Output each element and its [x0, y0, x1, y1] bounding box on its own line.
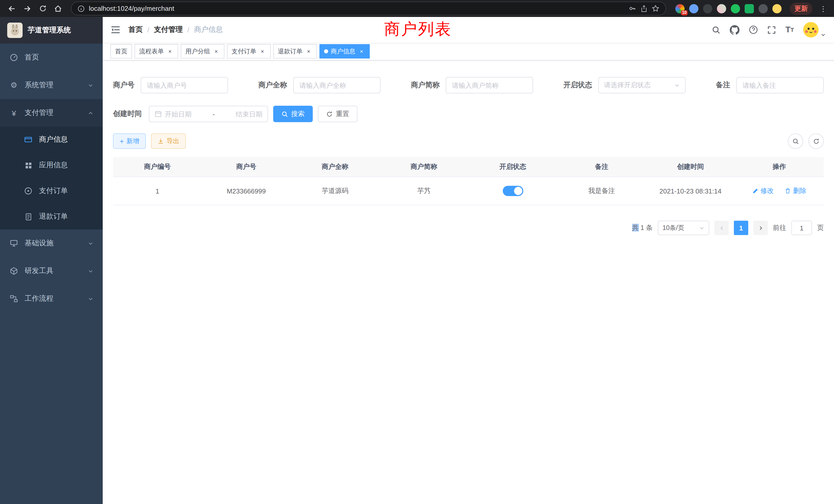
breadcrumb-item[interactable]: 支付管理 — [154, 25, 183, 35]
sidebar-subitem-label: 退款订单 — [39, 212, 68, 221]
toggle-search-button[interactable] — [788, 134, 803, 149]
close-icon[interactable]: × — [358, 48, 365, 55]
chevron-down-icon — [88, 240, 93, 246]
end-date-input[interactable] — [231, 110, 262, 118]
search-button[interactable]: 搜索 — [273, 106, 313, 122]
chevron-down-icon — [88, 296, 93, 301]
merchant-no-input[interactable] — [141, 77, 228, 93]
extension-icon[interactable] — [745, 4, 754, 13]
sidebar-toggle-icon[interactable] — [103, 17, 128, 43]
full-name-input[interactable] — [293, 77, 380, 93]
sidebar-item-workflow[interactable]: 工作流程 — [0, 285, 103, 313]
sidebar-item-infrastructure[interactable]: 基础设施 — [0, 229, 103, 257]
browser-toolbar: localhost:1024/pay/merchant 10 更新 ⋮ — [0, 0, 834, 17]
sidebar-item-label: 支付管理 — [25, 108, 53, 117]
close-icon[interactable]: × — [213, 48, 220, 55]
remark-input[interactable] — [737, 77, 824, 93]
status-select[interactable]: 请选择开启状态 — [598, 77, 686, 93]
export-button[interactable]: 导出 — [151, 134, 186, 149]
extension-icon[interactable] — [703, 4, 712, 13]
sidebar-item-home[interactable]: 首页 — [0, 44, 103, 71]
date-range-picker[interactable]: - — [149, 106, 268, 122]
pagination: 共 1 条 10条/页 1 — [113, 221, 824, 235]
browser-update-button[interactable]: 更新 — [790, 2, 812, 15]
github-icon[interactable] — [730, 25, 740, 35]
top-navbar: 首页 / 支付管理 / 商户信息 — [103, 17, 834, 43]
reload-button[interactable] — [36, 2, 49, 15]
bookmark-star-icon[interactable] — [652, 5, 659, 12]
sidebar-item-label: 系统管理 — [25, 81, 53, 90]
download-icon — [158, 138, 164, 144]
page-size-select[interactable]: 10条/页 — [658, 221, 709, 235]
extension-icon[interactable] — [689, 4, 698, 13]
sidebar-item-devtools[interactable]: 研发工具 — [0, 257, 103, 285]
extension-icon[interactable] — [717, 4, 726, 13]
compass-icon — [24, 187, 33, 195]
status-toggle[interactable] — [503, 186, 523, 196]
home-button[interactable] — [51, 2, 65, 15]
breadcrumb-separator: / — [188, 26, 190, 34]
back-button[interactable] — [5, 2, 19, 15]
extension-icon[interactable] — [759, 4, 768, 13]
extension-icon[interactable] — [731, 4, 740, 13]
site-info-icon[interactable] — [78, 5, 85, 12]
column-header: 开启状态 — [468, 157, 557, 177]
date-range-separator: - — [200, 110, 227, 118]
tab-home[interactable]: 首页 — [110, 44, 132, 59]
short-name-input[interactable] — [446, 77, 533, 93]
page-number-button[interactable]: 1 — [734, 221, 748, 235]
column-header: 创建时间 — [646, 157, 735, 177]
status-label: 开启状态 — [563, 81, 592, 90]
short-name-label: 商户简称 — [411, 81, 440, 90]
chevron-up-icon — [88, 110, 93, 116]
sidebar-subitem-app-info[interactable]: 应用信息 — [0, 153, 103, 178]
password-key-icon[interactable] — [629, 5, 636, 12]
breadcrumb-item-current: 商户信息 — [194, 25, 223, 35]
refresh-button[interactable] — [808, 134, 824, 149]
close-icon[interactable]: × — [259, 48, 266, 55]
sidebar: 芋道管理系统 首页 ⚙ 系统管理 ¥ 支付管理 — [0, 17, 103, 504]
app-logo[interactable]: 芋道管理系统 — [0, 17, 103, 44]
merchant-table: 商户编号 商户号 商户全称 商户简称 开启状态 备注 创建时间 操作 1 — [113, 157, 824, 205]
start-date-input[interactable] — [165, 110, 197, 118]
forward-button[interactable] — [21, 2, 34, 15]
tab-merchant-info[interactable]: 商户信息× — [320, 44, 370, 59]
sidebar-subitem-refund-order[interactable]: 退款订单 — [0, 204, 103, 229]
sidebar-subitem-label: 商户信息 — [39, 135, 68, 144]
goto-page-input[interactable] — [791, 221, 812, 235]
close-icon[interactable]: × — [305, 48, 312, 55]
fullscreen-icon[interactable] — [768, 25, 776, 34]
tab-user-group[interactable]: 用户分组× — [181, 44, 224, 59]
create-time-label: 创建时间 — [113, 109, 142, 118]
filter-row-1: 商户号 商户全称 商户简称 开启状态 请选择开启状态 — [113, 77, 824, 93]
sidebar-item-payment[interactable]: ¥ 支付管理 — [0, 99, 103, 127]
reset-button[interactable]: 重置 — [318, 106, 357, 122]
help-icon[interactable] — [749, 25, 758, 35]
font-size-icon[interactable]: TT — [786, 25, 794, 35]
breadcrumb-item[interactable]: 首页 — [128, 25, 143, 35]
extension-icon[interactable]: 10 — [675, 4, 684, 13]
sidebar-subitem-pay-order[interactable]: 支付订单 — [0, 178, 103, 204]
tab-pay-order[interactable]: 支付订单× — [227, 44, 271, 59]
extension-badge: 10 — [681, 10, 688, 15]
search-icon[interactable] — [712, 25, 721, 34]
sidebar-subitem-merchant-info[interactable]: 商户信息 — [0, 127, 103, 153]
next-page-button[interactable] — [753, 221, 768, 235]
address-bar[interactable]: localhost:1024/pay/merchant — [71, 2, 666, 16]
breadcrumb-separator: / — [147, 26, 150, 34]
share-icon[interactable] — [640, 5, 648, 12]
tab-process-form[interactable]: 流程表单× — [135, 44, 178, 59]
delete-link[interactable]: 删除 — [785, 186, 807, 196]
sidebar-item-system[interactable]: ⚙ 系统管理 — [0, 71, 103, 99]
profile-avatar-icon[interactable] — [772, 4, 782, 13]
add-button[interactable]: + 新增 — [113, 134, 146, 149]
edit-link[interactable]: 修改 — [752, 186, 774, 196]
chevron-down-icon — [88, 83, 93, 88]
active-tab-dot — [324, 49, 328, 53]
browser-menu-icon[interactable]: ⋮ — [817, 4, 829, 13]
tab-refund-order[interactable]: 退款订单× — [273, 44, 317, 59]
goto-prefix: 前往 — [773, 223, 786, 232]
prev-page-button[interactable] — [714, 221, 729, 235]
close-icon[interactable]: × — [167, 48, 174, 55]
user-avatar[interactable] — [803, 22, 826, 38]
